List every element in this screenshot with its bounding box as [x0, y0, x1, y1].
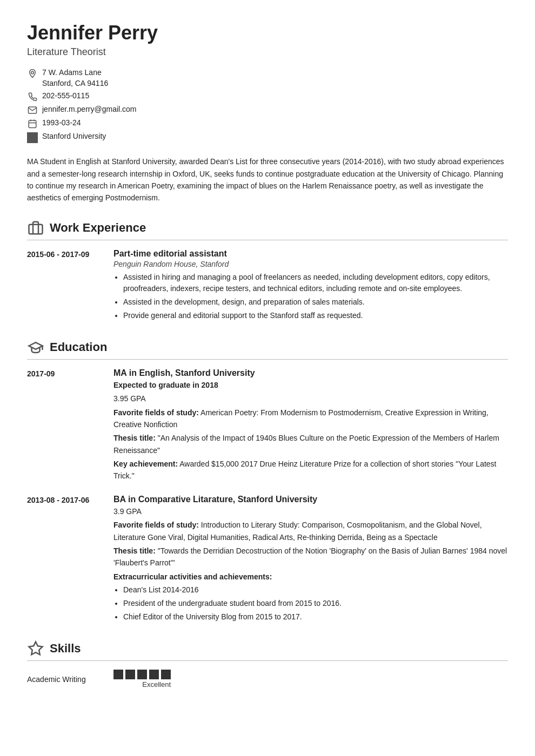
dob-text: 1993-03-24: [42, 118, 81, 129]
location-icon: [27, 68, 38, 79]
work-company-0: Penguin Random House, Stanford: [113, 260, 508, 268]
skill-bar-0-4: [149, 670, 159, 679]
skill-bar-0-2: [125, 670, 135, 679]
edu-detail-label-0-0: Expected to graduate in 2018: [113, 381, 218, 389]
skill-bar-0-3: [137, 670, 147, 679]
work-bullet-0-1: Assisted in the development, design, and…: [123, 296, 508, 308]
edu-thesis-value-0: "An Analysis of the Impact of 1940s Blue…: [113, 434, 499, 454]
work-bullet-0-2: Provide general and editorial support to…: [123, 310, 508, 321]
edu-bullet-1-1: President of the undergraduate student b…: [123, 598, 508, 609]
graduation-icon: [27, 339, 44, 356]
email-row: jennifer.m.perry@gmail.com: [27, 104, 508, 116]
skills-icon: [27, 640, 44, 657]
education-section-title: Education: [50, 340, 107, 354]
university-text: Stanford University: [42, 131, 106, 142]
skills-section: Skills Academic Writing Excellent: [27, 640, 508, 688]
edu-extracurricular-label-1: Extracurricular activities and achieveme…: [113, 572, 272, 581]
edu-gpa-0: 3.95 GPA: [113, 394, 146, 403]
work-entry-0: 2015-06 - 2017-09 Part-time editorial as…: [27, 249, 508, 323]
edu-detail-0-2: Favorite fields of study: American Poetr…: [113, 407, 508, 431]
work-section-title: Work Experience: [50, 221, 146, 235]
email-text: jennifer.m.perry@gmail.com: [42, 104, 137, 115]
phone-text: 202-555-0115: [42, 91, 89, 102]
svg-rect-5: [29, 225, 43, 234]
skills-section-title: Skills: [50, 642, 81, 656]
svg-point-0: [31, 71, 34, 74]
work-section-header: Work Experience: [27, 219, 508, 237]
skill-level-label-0: Excellent: [142, 680, 171, 688]
edu-date-1: 2013-08 - 2017-06: [27, 495, 113, 625]
work-title-0: Part-time editorial assistant: [113, 249, 508, 259]
phone-icon: [27, 91, 38, 102]
edu-degree-1: BA in Comparative Litarature, Stanford U…: [113, 495, 508, 504]
edu-bullet-1-0: Dean's List 2014-2016: [123, 584, 508, 596]
edu-fields-label-1: Favorite fields of study:: [113, 521, 199, 529]
education-section: Education 2017-09 MA in English, Stanfor…: [27, 339, 508, 625]
edu-entry-0: 2017-09 MA in English, Stanford Universi…: [27, 368, 508, 484]
skills-divider: [27, 660, 508, 661]
skill-row-0: Academic Writing Excellent: [27, 670, 508, 688]
university-icon: [27, 132, 38, 143]
edu-entry-1: 2013-08 - 2017-06 BA in Comparative Lita…: [27, 495, 508, 625]
briefcase-icon: [27, 219, 44, 237]
address-text: 7 W. Adams Lane Stanford, CA 94116: [42, 68, 108, 89]
skills-section-header: Skills: [27, 640, 508, 657]
edu-detail-1-3: Extracurricular activities and achieveme…: [113, 571, 508, 583]
work-experience-section: Work Experience 2015-06 - 2017-09 Part-t…: [27, 219, 508, 323]
summary-text: MA Student in English at Stanford Univer…: [27, 156, 508, 204]
full-name: Jennifer Perry: [27, 22, 508, 44]
skill-name-0: Academic Writing: [27, 675, 113, 684]
job-title: Literature Theorist: [27, 46, 508, 58]
edu-thesis-value-1: "Towards the Derridian Decostruction of …: [113, 546, 507, 567]
contact-section: 7 W. Adams Lane Stanford, CA 94116 202-5…: [27, 68, 508, 143]
university-row: Stanford University: [27, 131, 508, 143]
work-divider: [27, 240, 508, 240]
edu-gpa-1: 3.9 GPA: [113, 507, 142, 516]
edu-achievement-label-0: Key achievement:: [113, 460, 178, 468]
edu-fields-label-0: Favorite fields of study:: [113, 408, 199, 417]
work-content-0: Part-time editorial assistant Penguin Ra…: [113, 249, 508, 323]
edu-bullet-1-2: Chief Editor of the University Blog from…: [123, 611, 508, 623]
edu-bullets-1: Dean's List 2014-2016 President of the u…: [113, 584, 508, 623]
edu-content-0: MA in English, Stanford University Expec…: [113, 368, 508, 484]
edu-date-0: 2017-09: [27, 368, 113, 484]
skill-rating-0: Excellent: [113, 670, 171, 688]
skill-bar-0-1: [113, 670, 123, 679]
edu-detail-1-0: 3.9 GPA: [113, 505, 508, 517]
edu-content-1: BA in Comparative Litarature, Stanford U…: [113, 495, 508, 625]
edu-detail-0-1: 3.95 GPA: [113, 393, 508, 404]
education-divider: [27, 359, 508, 360]
phone-row: 202-555-0115: [27, 91, 508, 102]
work-bullets-0: Assisted in hiring and managing a pool o…: [113, 272, 508, 321]
edu-degree-0: MA in English, Stanford University: [113, 368, 508, 378]
email-icon: [27, 105, 38, 116]
edu-detail-0-4: Key achievement: Awarded $15,000 2017 Dr…: [113, 458, 508, 482]
skill-bars-0: [113, 670, 171, 679]
skill-bar-0-5: [161, 670, 171, 679]
edu-detail-1-1: Favorite fields of study: Introduction t…: [113, 519, 508, 543]
edu-detail-0-0: Expected to graduate in 2018: [113, 379, 508, 391]
address-row: 7 W. Adams Lane Stanford, CA 94116: [27, 68, 508, 89]
work-bullet-0-0: Assisted in hiring and managing a pool o…: [123, 272, 508, 294]
work-date-0: 2015-06 - 2017-09: [27, 249, 113, 323]
edu-detail-0-3: Thesis title: "An Analysis of the Impact…: [113, 432, 508, 456]
edu-thesis-label-1: Thesis title:: [113, 546, 156, 555]
header: Jennifer Perry Literature Theorist: [27, 22, 508, 58]
edu-detail-1-2: Thesis title: "Towards the Derridian Dec…: [113, 545, 508, 569]
education-section-header: Education: [27, 339, 508, 356]
svg-rect-1: [29, 120, 36, 128]
edu-thesis-label-0: Thesis title:: [113, 434, 156, 442]
dob-row: 1993-03-24: [27, 118, 508, 129]
calendar-icon: [27, 118, 38, 129]
